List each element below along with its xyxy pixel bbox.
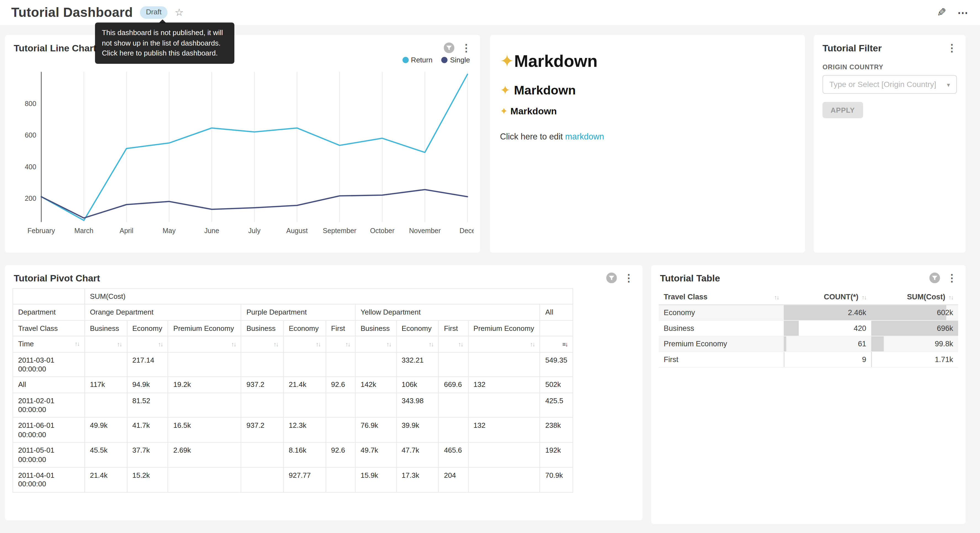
sort-icon[interactable]: ↑↓	[345, 341, 350, 348]
sort-icon[interactable]: ↑↓	[948, 294, 953, 300]
pivot-cell: 92.6	[326, 442, 355, 467]
favorite-star-icon[interactable]: ☆	[175, 8, 184, 18]
more-menu-icon[interactable]: ⋯	[957, 6, 969, 19]
pivot-cell	[355, 352, 396, 377]
pivot-cell: 465.6	[439, 442, 468, 467]
pivot-column-sorter[interactable]: ↑↓	[127, 336, 168, 352]
chart-card-table: Tutorial Table ⋮ Travel Class↑↓COUNT(*)↑…	[651, 265, 966, 524]
pivot-cell: 49.9k	[85, 418, 127, 442]
pivot-cell: 204	[439, 467, 468, 492]
pivot-col-subdimension-label: Travel Class	[13, 320, 84, 336]
y-tick-label: 600	[25, 131, 37, 139]
sort-icon[interactable]: ↑↓	[458, 341, 463, 348]
filter-indicator-icon[interactable]	[444, 43, 454, 53]
markdown-edit-link[interactable]: markdown	[565, 132, 604, 141]
sort-icon[interactable]: ↑↓	[862, 294, 866, 300]
sparkles-icon: ✦	[500, 52, 514, 71]
legend-dot	[402, 57, 409, 63]
x-tick-label: August	[286, 227, 308, 235]
unpublished-tooltip-text: This dashboard is not published, it will…	[102, 29, 223, 57]
sort-icon[interactable]: ↑↓	[75, 340, 79, 348]
sort-icon[interactable]: ↑↓	[158, 341, 162, 348]
chart-title-line: Tutorial Line Chart	[14, 43, 96, 53]
sort-icon[interactable]: ↑↓	[774, 294, 779, 300]
table-header-travel-class[interactable]: Travel Class↑↓	[659, 289, 784, 305]
origin-country-select[interactable]: Type or Select [Origin Country] ▾	[822, 75, 957, 94]
cell-bar	[784, 337, 786, 351]
pivot-cell: 41.7k	[127, 418, 168, 442]
filter-field-label: ORIGIN COUNTRY	[822, 63, 957, 71]
filter-indicator-icon[interactable]	[929, 273, 940, 283]
pivot-column-sorter[interactable]: ↑↓	[85, 336, 127, 352]
pivot-cell: 92.6	[326, 377, 355, 393]
pivot-column-sorter[interactable]: ↑↓	[468, 336, 540, 352]
pivot-class-header: Premium Economy	[168, 320, 241, 336]
filter-indicator-icon[interactable]	[606, 273, 617, 283]
pivot-department-header: Purple Department	[241, 304, 355, 320]
pivot-cell: 21.4k	[283, 377, 326, 393]
pivot-cell	[241, 467, 283, 492]
pivot-cell: 217.14	[127, 352, 168, 377]
pivot-cell	[439, 352, 468, 377]
x-tick-label: November	[409, 227, 441, 235]
pivot-cell: 16.5k	[168, 418, 241, 442]
sort-icon[interactable]: ↑↓	[231, 341, 236, 348]
pivot-column-sorter[interactable]: ↑↓	[326, 336, 355, 352]
pivot-cell: 332.21	[396, 352, 439, 377]
chart-card-pivot: Tutorial Pivot Chart ⋮ SUM(Cost)Departme…	[5, 265, 643, 520]
pivot-cell: 19.2k	[168, 377, 241, 393]
dashboard-header: Tutorial Dashboard Draft ☆ ✎ ⋯	[0, 0, 980, 25]
unpublished-tooltip[interactable]: This dashboard is not published, it will…	[95, 22, 234, 64]
apply-button[interactable]: APPLY	[822, 102, 863, 118]
chart-menu-icon[interactable]: ⋮	[624, 273, 633, 283]
pivot-cell: 39.9k	[396, 418, 439, 442]
x-tick-label: October	[370, 227, 395, 235]
y-tick-label: 400	[25, 163, 37, 171]
legend-item-single[interactable]: Single	[441, 56, 470, 64]
pivot-cell	[168, 352, 241, 377]
pivot-column-sorter[interactable]: ≡↓	[540, 336, 573, 352]
x-tick-label: September	[323, 227, 356, 235]
pivot-column-sorter[interactable]: ↑↓	[355, 336, 396, 352]
pivot-cell	[439, 393, 468, 418]
legend-item-return[interactable]: Return	[402, 56, 433, 64]
sort-icon[interactable]: ↑↓	[386, 341, 391, 348]
pivot-row-label: 2011-04-01 00:00:00	[13, 467, 84, 492]
pivot-row: 2011-03-01 00:00:00217.14332.21549.35	[13, 352, 573, 377]
chevron-down-icon: ▾	[947, 81, 950, 88]
pivot-column-sorter[interactable]: ↑↓	[241, 336, 283, 352]
sort-icon[interactable]: ↑↓	[316, 341, 320, 348]
edit-dashboard-icon[interactable]: ✎	[937, 6, 946, 19]
pivot-row: 2011-04-01 00:00:0021.4k15.2k927.7715.9k…	[13, 467, 573, 492]
pivot-column-sorter[interactable]: ↑↓	[283, 336, 326, 352]
sort-descending-icon[interactable]: ≡↓	[562, 341, 568, 348]
cell-travel-class: First	[659, 352, 784, 367]
draft-badge[interactable]: Draft	[140, 6, 168, 19]
chart-menu-icon[interactable]: ⋮	[461, 43, 471, 53]
chart-menu-icon[interactable]: ⋮	[947, 273, 957, 283]
pivot-cell: 343.98	[396, 393, 439, 418]
pivot-row: All117k94.9k19.2k937.221.4k92.6142k106k6…	[13, 377, 573, 393]
pivot-cell	[85, 393, 127, 418]
sort-icon[interactable]: ↑↓	[530, 341, 535, 348]
pivot-class-header: Business	[241, 320, 283, 336]
pivot-cell	[326, 393, 355, 418]
legend-dot	[441, 57, 447, 63]
cell-bar	[784, 352, 784, 367]
pivot-column-sorter[interactable]: ↑↓	[396, 336, 439, 352]
pivot-column-sorter[interactable]: ↑↓	[168, 336, 241, 352]
cell-sum: 99.8k	[871, 336, 958, 352]
sort-icon[interactable]: ↑↓	[117, 341, 122, 348]
table-row: Economy2.46k602k	[659, 305, 958, 321]
pivot-department-header: All	[540, 304, 573, 320]
chart-menu-icon[interactable]: ⋮	[947, 43, 957, 53]
x-tick-label: May	[162, 227, 176, 235]
sparkles-icon: ✦	[500, 83, 511, 97]
pivot-cell	[326, 467, 355, 492]
sort-icon[interactable]: ↑↓	[429, 341, 433, 348]
pivot-column-sorter[interactable]: ↑↓	[439, 336, 468, 352]
table-header-sum[interactable]: SUM(Cost)↑↓	[871, 289, 958, 305]
pivot-cell	[241, 352, 283, 377]
table-header-count[interactable]: COUNT(*)↑↓	[784, 289, 871, 305]
sort-icon[interactable]: ↑↓	[274, 341, 278, 348]
